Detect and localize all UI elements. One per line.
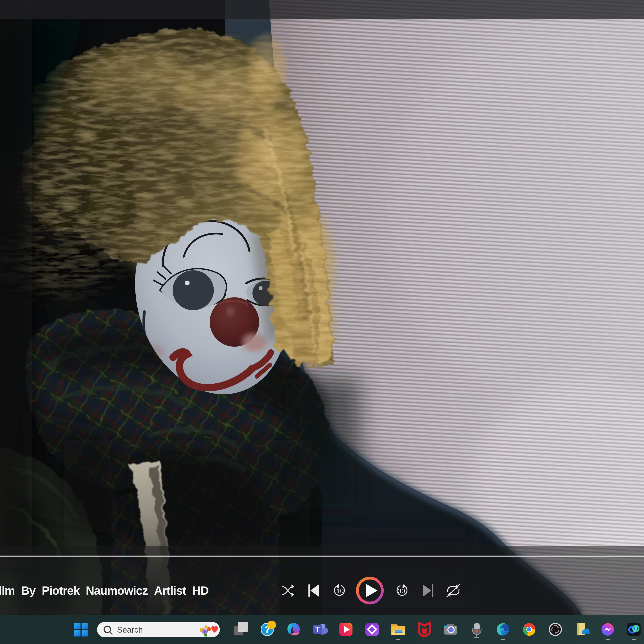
- svg-text:30: 30: [398, 587, 405, 595]
- svg-text:10: 10: [336, 587, 344, 595]
- svg-text:T: T: [315, 625, 320, 634]
